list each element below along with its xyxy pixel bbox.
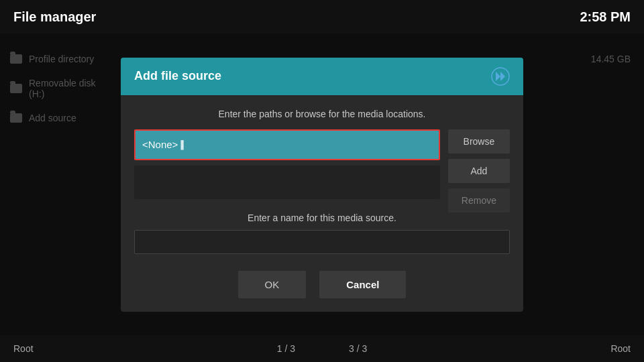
source-name-input[interactable] [134,230,510,254]
dialog-body: Enter the paths or browse for the media … [121,95,523,312]
add-button[interactable]: Add [448,159,510,183]
app-title: File manager [13,9,96,25]
svg-marker-2 [500,72,505,81]
path-input-wrapper: <None> ▌ [134,129,440,160]
footer-center: 1 / 3 3 / 3 [277,343,368,354]
path-list-area [134,166,440,199]
browse-button[interactable]: Browse [448,129,510,154]
path-none-label: <None> [142,139,178,150]
ok-button[interactable]: OK [238,271,307,298]
cursor-indicator: ▌ [180,140,186,149]
name-instruction: Enter a name for this media source. [134,213,510,223]
footer-page-right: 3 / 3 [349,343,367,354]
cancel-button[interactable]: Cancel [319,271,406,298]
path-display[interactable]: <None> ▌ [136,131,439,159]
kodi-logo [491,67,510,86]
dialog-header: Add file source [121,58,523,95]
system-clock: 2:58 PM [580,9,631,25]
svg-marker-1 [496,72,500,81]
paths-instruction: Enter the paths or browse for the media … [134,109,510,119]
footer-left: Root [13,343,34,354]
dialog-title: Add file source [134,69,221,83]
modal-overlay: Add file source Enter the paths or brows… [0,34,644,335]
footer-right: Root [610,343,631,354]
dialog-footer: OK Cancel [134,267,510,298]
header-bar: File manager 2:58 PM [0,0,644,34]
add-file-source-dialog: Add file source Enter the paths or brows… [121,58,523,312]
footer-page-left: 1 / 3 [277,343,295,354]
side-buttons: Browse Add Remove [448,129,510,213]
remove-button[interactable]: Remove [448,188,510,213]
footer-bar: Root 1 / 3 3 / 3 Root [0,335,644,362]
